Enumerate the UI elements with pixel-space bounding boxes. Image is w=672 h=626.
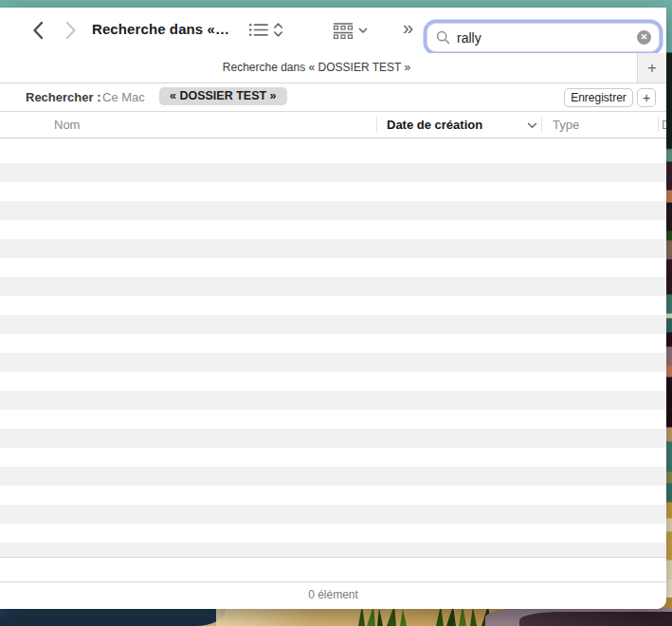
- view-options-control[interactable]: [248, 22, 283, 38]
- chevron-left-icon: [32, 21, 44, 40]
- chevron-down-icon: [358, 28, 368, 34]
- back-button[interactable]: [27, 19, 49, 42]
- clear-search-button[interactable]: ✕: [637, 30, 651, 45]
- scope-option-dossier-test[interactable]: « DOSSIER TEST »: [159, 87, 287, 105]
- sort-direction-icon: [527, 122, 537, 129]
- up-down-chevron-icon: [273, 22, 283, 38]
- scope-option-this-mac[interactable]: Ce Mac: [102, 90, 145, 104]
- column-header-date-created[interactable]: Date de création: [387, 118, 482, 132]
- search-scope-bar: Rechercher : Ce Mac « DOSSIER TEST » Enr…: [0, 83, 666, 112]
- wallpaper-rock-dark: [519, 612, 672, 626]
- item-count-label: 0 élément: [308, 588, 358, 601]
- window-title: Recherche dans «…: [92, 21, 229, 37]
- search-icon: [436, 30, 450, 45]
- save-search-button[interactable]: Enregistrer: [564, 88, 633, 107]
- group-by-icon: [332, 22, 354, 39]
- empty-row-stripes: [0, 163, 666, 557]
- column-divider[interactable]: [376, 117, 377, 133]
- search-field[interactable]: ✕: [427, 23, 660, 52]
- column-header-name[interactable]: Nom: [54, 118, 80, 132]
- grouping-control[interactable]: [332, 22, 368, 39]
- chevron-right-icon: [65, 21, 77, 40]
- list-view-icon: [248, 22, 269, 38]
- forward-button[interactable]: [60, 19, 82, 42]
- search-results-list: [0, 138, 666, 558]
- toolbar-overflow-button[interactable]: »: [403, 17, 413, 39]
- scope-bar-label: Rechercher :: [26, 90, 100, 104]
- status-bar: 0 élément: [0, 582, 666, 609]
- new-tab-button[interactable]: +: [637, 53, 666, 83]
- column-divider[interactable]: [658, 117, 659, 133]
- tab-bar: Recherche dans « DOSSIER TEST » +: [0, 53, 666, 83]
- add-criteria-button[interactable]: +: [637, 88, 656, 107]
- column-divider[interactable]: [541, 117, 542, 133]
- toolbar: Recherche dans «…: [0, 8, 666, 53]
- tab-search-dossier-test[interactable]: Recherche dans « DOSSIER TEST »: [0, 53, 633, 83]
- column-header-truncated[interactable]: D: [662, 118, 666, 132]
- search-input[interactable]: [455, 29, 637, 46]
- desktop-wallpaper-right-sliver: [666, 0, 672, 626]
- column-header-row: Nom Date de création Type D: [0, 112, 666, 138]
- column-header-type[interactable]: Type: [553, 118, 579, 132]
- finder-search-window: Recherche dans «…: [0, 8, 666, 609]
- list-footer-strip: [0, 558, 666, 582]
